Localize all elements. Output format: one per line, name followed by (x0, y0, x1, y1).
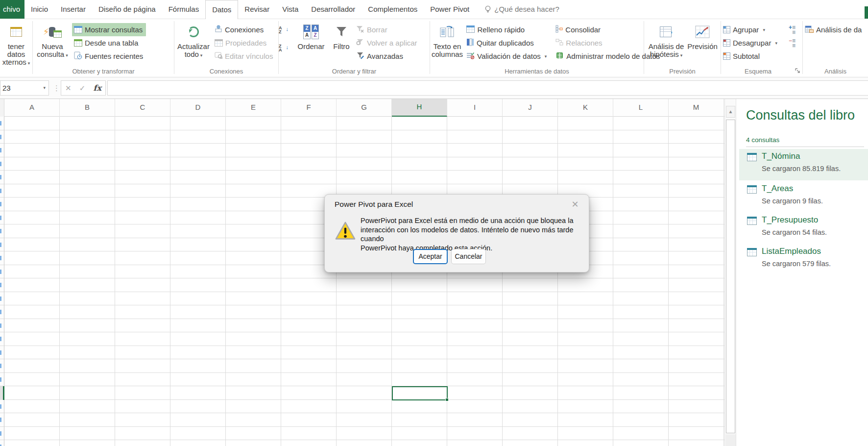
show-detail-button[interactable]: +≡ ≡ (789, 23, 802, 36)
warning-icon (335, 221, 356, 243)
formula-bar-splitter[interactable]: ⋮ (53, 80, 59, 96)
tab-power-pivot[interactable]: Power Pivot (424, 0, 476, 19)
query-item-t-presupuesto[interactable]: T_Presupuesto Se cargaron 54 filas. (739, 213, 868, 242)
tab-vista[interactable]: Vista (276, 0, 305, 19)
close-icon[interactable]: ✕ (569, 198, 581, 210)
scrollbar-thumb[interactable] (726, 120, 735, 433)
insert-function-icon[interactable]: fx (94, 83, 101, 93)
data-analysis-icon (805, 25, 814, 34)
properties-icon (215, 39, 223, 47)
column-header-j[interactable]: J (503, 99, 558, 117)
formula-input[interactable] (107, 80, 868, 96)
enter-icon[interactable]: ✓ (79, 84, 86, 93)
group-prevision: ? Análisis de hipótesis▾ Previsión Previ… (644, 19, 721, 77)
query-icon (747, 185, 757, 194)
tab-desarrollador[interactable]: Desarrollador (305, 0, 362, 19)
chevron-down-icon: ▾ (680, 53, 683, 58)
tab-complementos[interactable]: Complementos (362, 0, 424, 19)
workbook-queries-panel: Consultas del libro 4 consultas T_Nómina… (736, 99, 868, 446)
column-header-g[interactable]: G (337, 99, 392, 117)
advanced-filter-button[interactable]: Avanzadas (354, 50, 420, 63)
vertical-scrollbar[interactable]: ▲ (724, 99, 736, 446)
query-name[interactable]: T_Areas (762, 184, 793, 194)
data-analysis-button[interactable]: Análisis de da (803, 23, 865, 36)
sort-button[interactable]: ZAAZ Ordenar (293, 21, 329, 50)
subtotal-button[interactable]: Subtotal (721, 50, 789, 63)
query-name[interactable]: T_Nómina (762, 151, 800, 161)
column-header-i[interactable]: I (447, 99, 503, 117)
query-item-t-nomina[interactable]: T_Nómina Se cargaron 85.819 filas. (739, 149, 868, 180)
sort-az-button[interactable]: AZ↓ (279, 23, 293, 36)
column-header-m[interactable]: M (669, 99, 724, 117)
query-item-listaempleados[interactable]: ListaEmpleados Se cargaron 579 filas. (739, 244, 868, 273)
tab-archivo[interactable]: chivo (0, 0, 24, 19)
what-if-analysis-icon: ? (660, 23, 673, 41)
scroll-up-button[interactable]: ▲ (726, 106, 735, 118)
group-label: Análisis (803, 67, 868, 77)
tab-datos[interactable]: Datos (205, 0, 238, 19)
edit-links-button[interactable]: Editar vínculos (213, 50, 276, 63)
refresh-all-button[interactable]: Actualizar todo▾ (174, 21, 213, 59)
column-header-e[interactable]: E (226, 99, 281, 117)
column-header-b[interactable]: B (60, 99, 115, 117)
column-header-h-selected[interactable]: H (392, 99, 447, 117)
what-if-analysis-button[interactable]: ? Análisis de hipótesis▾ (646, 21, 686, 59)
column-header-k[interactable]: K (558, 99, 613, 117)
show-queries-button[interactable]: Mostrar consultas (72, 23, 146, 36)
active-cell-h23[interactable] (392, 386, 448, 400)
group-button[interactable]: Agrupar ▾ (721, 23, 789, 36)
fill-handle[interactable] (445, 398, 449, 401)
chevron-down-icon[interactable]: ▾ (775, 41, 777, 46)
cancelar-button[interactable]: Cancelar (451, 249, 486, 264)
name-box[interactable]: 23 ▾ (0, 80, 49, 96)
ribbon: tener datos xternos▾ ⚡ Nueva consulta▾ (0, 19, 868, 77)
column-header-l[interactable]: L (613, 99, 669, 117)
column-header-a[interactable]: A (4, 99, 60, 117)
flash-fill-button[interactable]: ⚡ Relleno rápido (464, 23, 550, 36)
group-obtener-y-transformar: ⚡ Nueva consulta▾ Mostrar consultas Desd… (33, 19, 174, 77)
group-icon (723, 26, 730, 33)
aceptar-button[interactable]: Aceptar (413, 249, 448, 264)
new-query-button[interactable]: ⚡ Nueva consulta▾ (33, 21, 72, 59)
cancel-icon[interactable]: ✕ (65, 84, 72, 93)
group-ordenar-y-filtrar: AZ↓ ZA↓ ZAAZ Ordenar Filtro (279, 19, 430, 77)
clear-filter-button[interactable]: Borrar (354, 23, 420, 36)
recent-sources-button[interactable]: Fuentes recientes (72, 50, 146, 63)
tab-inicio[interactable]: Inicio (24, 0, 54, 19)
chevron-down-icon[interactable]: ▾ (763, 27, 765, 32)
remove-duplicates-icon (466, 38, 474, 48)
filter-button[interactable]: Filtro (329, 21, 354, 50)
divider (746, 147, 864, 147)
column-header-c[interactable]: C (115, 99, 170, 117)
text-to-columns-button[interactable]: Texto en columnas (430, 21, 464, 58)
sort-za-button[interactable]: ZA↓ (279, 41, 293, 54)
tell-me-label: ¿Qué desea hacer? (494, 5, 559, 13)
tell-me-box[interactable]: ¿Qué desea hacer? (484, 0, 559, 19)
forecast-sheet-button[interactable]: Previsión (686, 21, 719, 50)
dialog-launcher-icon[interactable] (795, 67, 800, 76)
query-name[interactable]: ListaEmpleados (762, 247, 821, 256)
tab-revisar[interactable]: Revisar (238, 0, 276, 19)
from-table-button[interactable]: Desde una tabla (72, 36, 146, 50)
query-name[interactable]: T_Presupuesto (762, 215, 818, 225)
query-item-t-areas[interactable]: T_Areas Se cargaron 9 filas. (739, 181, 868, 211)
data-validation-button[interactable]: Validación de datos ▾ (464, 50, 550, 63)
chevron-down-icon: ▾ (200, 53, 203, 58)
chevron-down-icon[interactable]: ▾ (545, 54, 547, 59)
connections-button[interactable]: Conexiones (213, 23, 276, 36)
filter-icon (335, 23, 348, 41)
remove-duplicates-button[interactable]: Quitar duplicados (464, 36, 550, 50)
reapply-filter-button[interactable]: Volver a aplicar (354, 36, 420, 50)
cell-grid[interactable] (0, 117, 724, 446)
properties-button[interactable]: Propiedades (213, 36, 276, 50)
tab-formulas[interactable]: Fórmulas (162, 0, 206, 19)
column-header-d[interactable]: D (170, 99, 226, 117)
name-box-dropdown-icon[interactable]: ▾ (43, 81, 46, 95)
tab-diseno-de-pagina[interactable]: Diseño de página (92, 0, 162, 19)
ungroup-button[interactable]: Desagrupar ▾ (721, 36, 789, 50)
get-external-data-button[interactable]: tener datos xternos▾ (0, 21, 32, 67)
scrollbar-track[interactable] (725, 434, 736, 446)
tab-insertar[interactable]: Insertar (54, 0, 92, 19)
column-header-f[interactable]: F (281, 99, 337, 117)
hide-detail-button[interactable]: −≡ ≡ (789, 36, 802, 50)
